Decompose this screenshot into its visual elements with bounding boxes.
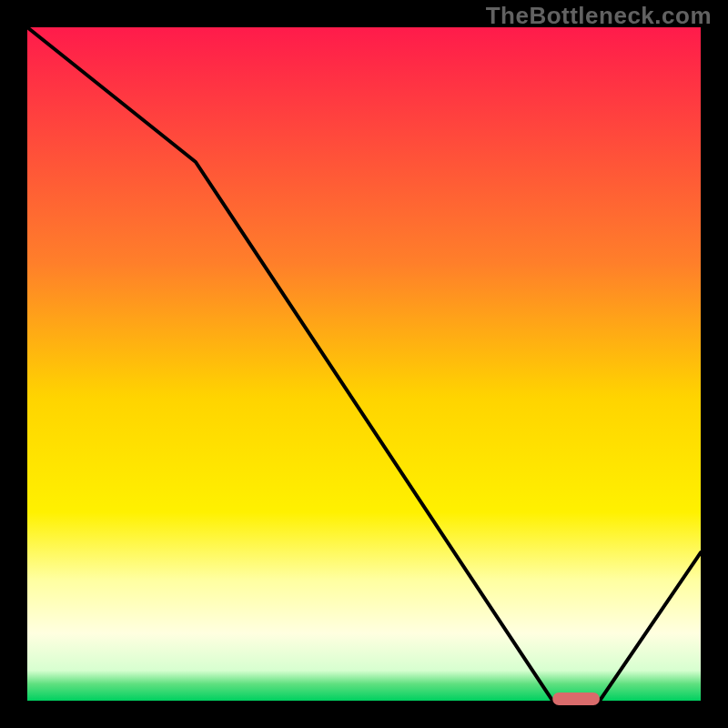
sweet-spot-marker bbox=[552, 693, 600, 705]
chart-svg bbox=[0, 0, 728, 728]
watermark-text: TheBottleneck.com bbox=[486, 2, 712, 30]
plot-background bbox=[27, 27, 701, 701]
bottleneck-chart: TheBottleneck.com bbox=[0, 0, 728, 728]
